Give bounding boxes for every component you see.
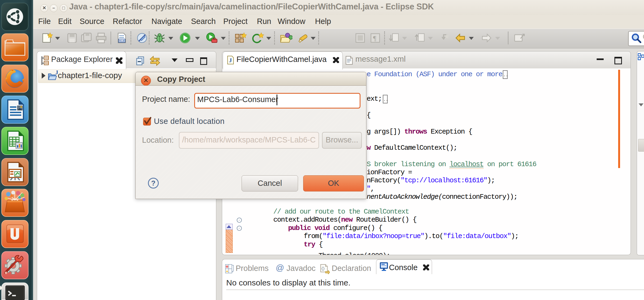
svg-text:〈〉: 〈〉 [321, 266, 325, 271]
svg-text:010: 010 [119, 39, 125, 43]
svg-text:J: J [229, 57, 232, 64]
svg-text:¶: ¶ [373, 34, 376, 42]
